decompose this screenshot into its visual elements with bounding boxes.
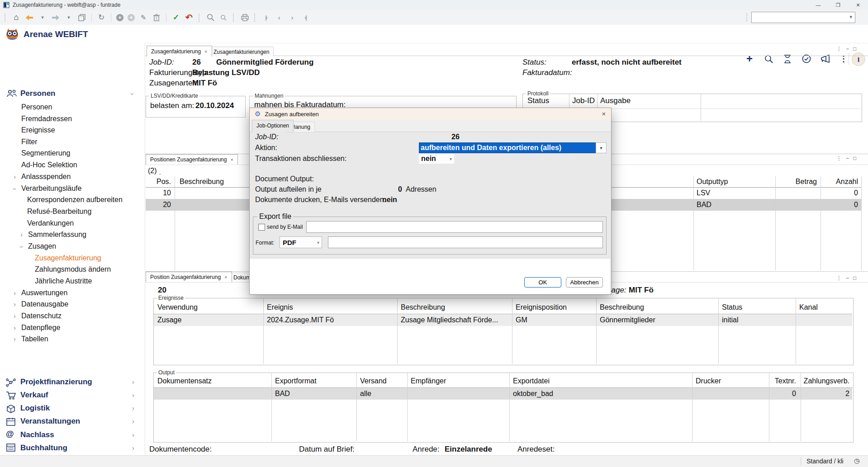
chevron-right-icon[interactable]: › xyxy=(132,419,134,424)
ereignisse-header-ereignisposition[interactable]: Ereignisposition xyxy=(516,303,567,311)
megaphone-icon[interactable] xyxy=(820,53,831,64)
close-icon[interactable]: ✕ xyxy=(848,0,868,10)
tab-position-zusagenfakturierung[interactable]: Position Zusagenfakturierung × xyxy=(146,272,232,282)
previous-record-icon[interactable]: ‹ xyxy=(275,13,284,22)
chevron-down-icon[interactable]: ▾ xyxy=(596,142,607,153)
panel-maximize-icon[interactable]: □ xyxy=(853,155,856,161)
sidebar-item-segmentierung[interactable]: Segmentierung xyxy=(21,148,71,158)
positions-header-outputtyp[interactable]: Outputtyp xyxy=(697,178,728,186)
add-icon[interactable]: + xyxy=(116,14,123,21)
table-row-selected[interactable]: Zusage 2024.Zusage.MIT Fö Zusage Mitglie… xyxy=(154,314,852,326)
next-record-icon[interactable]: › xyxy=(288,13,297,22)
panel-minimize-icon[interactable]: − xyxy=(846,155,849,161)
ereignisse-header-beschreibung2[interactable]: Beschreibung xyxy=(600,303,644,311)
sidebar-module-veranstaltungen[interactable]: Veranstaltungen xyxy=(20,416,80,427)
sidebar-module-logistik[interactable]: Logistik xyxy=(20,403,50,414)
output-header-versand[interactable]: Versand xyxy=(360,377,387,385)
new-window-icon[interactable] xyxy=(77,13,86,22)
sidebar-item-auswertungen[interactable]: Auswertungen xyxy=(21,288,67,298)
back-icon[interactable] xyxy=(25,13,34,22)
sidebar-item-korrespondenzen[interactable]: Korrespondenzen aufbereiten xyxy=(27,195,123,205)
chevron-down-icon[interactable]: › xyxy=(19,246,24,248)
sidebar-module-verkauf[interactable]: Verkauf xyxy=(20,390,48,401)
check-circle-icon[interactable] xyxy=(801,53,812,64)
chevron-right-icon[interactable]: › xyxy=(132,380,134,384)
tab-job-optionen[interactable]: Job-Optionen xyxy=(252,120,294,132)
positions-header-anzahl[interactable]: Anzahl xyxy=(821,178,858,186)
panel-menu-icon[interactable]: ⋮ xyxy=(836,155,842,161)
first-record-icon[interactable]: |‹ xyxy=(261,13,270,22)
quick-search-combobox[interactable]: ▾ xyxy=(751,12,855,23)
sidebar-item-jaehrliche-austritte[interactable]: Jährliche Austritte xyxy=(35,276,92,286)
sidebar-section-personen[interactable]: Personen xyxy=(20,89,55,99)
export-email-input[interactable] xyxy=(306,221,603,233)
protokoll-header-status[interactable]: Status xyxy=(527,96,549,105)
protokoll-header-jobid[interactable]: Job-ID xyxy=(571,96,595,105)
sidebar-item-datenschutz[interactable]: Datenschutz xyxy=(21,311,62,321)
chevron-right-icon[interactable]: › xyxy=(14,302,16,307)
output-header-zahlungsverb[interactable]: Zahlungsverb. xyxy=(802,377,849,385)
chevron-right-icon[interactable]: › xyxy=(132,433,134,437)
avatar[interactable]: I xyxy=(852,52,865,66)
sidebar-item-tabellen[interactable]: Tabellen xyxy=(21,334,48,344)
chevron-down-icon[interactable]: › xyxy=(13,188,17,190)
search-icon[interactable] xyxy=(763,53,774,64)
delete-icon[interactable] xyxy=(152,13,161,22)
chevron-right-icon[interactable]: › xyxy=(14,337,16,341)
sidebar-item-zusagen[interactable]: Zusagen xyxy=(28,241,56,251)
chevron-right-icon[interactable]: › xyxy=(14,325,16,330)
sidebar-item-zahlungsmodus[interactable]: Zahlungsmodus ändern xyxy=(35,264,111,274)
new-item-icon[interactable]: + xyxy=(744,53,755,64)
search-large-icon[interactable] xyxy=(206,13,215,22)
undo-icon[interactable]: ↶ xyxy=(185,13,194,22)
chevron-down-icon[interactable]: ▾ xyxy=(849,14,852,20)
sidebar-item-refuse-bearbeitung[interactable]: Refusé-Bearbeitung xyxy=(27,207,91,217)
ereignisse-header-beschreibung[interactable]: Beschreibung xyxy=(401,303,445,311)
sidebar-item-personen[interactable]: Personen xyxy=(21,102,52,112)
close-icon[interactable]: × xyxy=(602,110,606,118)
table-row-selected[interactable]: BAD alle oktober_bad 0 2 xyxy=(154,388,852,400)
output-header-dokumentensatz[interactable]: Dokumentensatz xyxy=(157,377,212,385)
positions-header-pos[interactable]: Pos. xyxy=(148,178,171,186)
hourglass-icon[interactable] xyxy=(782,53,793,64)
sidebar-item-zusagenfakturierung-active[interactable]: Zusagenfakturierung xyxy=(35,253,101,263)
panel-menu-icon[interactable]: ⋮ xyxy=(836,46,842,52)
panel-minimize-icon[interactable]: − xyxy=(846,46,849,52)
search-small-icon[interactable] xyxy=(219,13,228,22)
chevron-right-icon[interactable]: › xyxy=(14,175,16,179)
ereignisse-header-ereignis[interactable]: Ereignis xyxy=(267,303,293,311)
maximize-icon[interactable]: ❐ xyxy=(828,0,848,10)
back-dropdown-icon[interactable]: ▾ xyxy=(38,13,47,22)
output-header-empfaenger[interactable]: Empfänger xyxy=(411,377,446,385)
positions-header-betrag[interactable]: Betrag xyxy=(775,178,817,186)
panel-menu-icon[interactable]: ⋮ xyxy=(836,275,842,281)
clock-icon[interactable]: ◷ xyxy=(854,457,859,464)
positions-header-beschreibung[interactable]: Beschreibung xyxy=(180,178,224,186)
confirm-icon[interactable]: ✓ xyxy=(171,13,180,22)
aktion-select[interactable]: aufbereiten und Daten exportieren (alles… xyxy=(419,142,598,153)
close-icon[interactable]: × xyxy=(224,274,227,280)
output-header-drucker[interactable]: Drucker xyxy=(696,377,721,385)
ok-button[interactable]: OK xyxy=(524,277,561,288)
sidebar-item-anlassspenden[interactable]: Anlassspenden xyxy=(21,172,71,182)
sidebar-module-nachlass[interactable]: Nachlass xyxy=(20,429,54,440)
forward-icon[interactable] xyxy=(51,13,60,22)
tab-zusagenfakturierungen[interactable]: Zusagenfakturierungen xyxy=(209,47,274,57)
sidebar-item-filter[interactable]: Filter xyxy=(21,137,38,147)
transaktionen-select[interactable]: nein ▾ xyxy=(419,154,454,164)
panel-minimize-icon[interactable]: − xyxy=(846,275,849,281)
chevron-right-icon[interactable]: › xyxy=(14,291,16,295)
output-header-textnr[interactable]: Textnr. xyxy=(769,377,796,385)
sidebar-item-verdankungen[interactable]: Verdankungen xyxy=(27,218,74,228)
edit-icon[interactable]: ✎ xyxy=(139,13,148,22)
protokoll-header-ausgabe[interactable]: Ausgabe xyxy=(600,96,631,105)
chevron-right-icon[interactable]: › xyxy=(132,393,134,397)
panel-maximize-icon[interactable]: □ xyxy=(853,46,856,52)
minimize-icon[interactable]: — xyxy=(808,0,828,10)
output-header-exportdatei[interactable]: Exportdatei xyxy=(513,377,550,385)
export-file-input[interactable] xyxy=(328,236,603,248)
sidebar-item-adhoc-selektion[interactable]: Ad-Hoc Selektion xyxy=(21,160,77,170)
output-header-exportformat[interactable]: Exportformat xyxy=(275,377,317,385)
ereignisse-header-verwendung[interactable]: Verwendung xyxy=(157,303,198,311)
add-copy-icon[interactable]: + xyxy=(128,14,135,21)
